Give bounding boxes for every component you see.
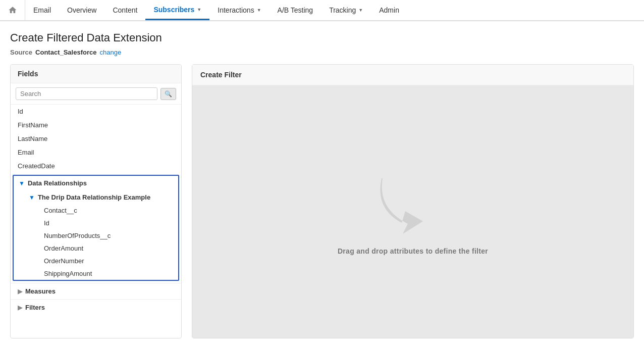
- nav-interactions[interactable]: Interactions ▼: [209, 0, 269, 20]
- filter-header: Create Filter: [192, 65, 633, 85]
- filters-label: Filters: [25, 304, 45, 311]
- fields-list: Id FirstName LastName Email CreatedDate …: [11, 105, 181, 338]
- field-lastname[interactable]: LastName: [11, 132, 181, 145]
- sub-field-contact[interactable]: Contact__c: [39, 204, 178, 217]
- tracking-dropdown-icon: ▼: [358, 8, 363, 13]
- filter-body: Drag and drop attributes to define the f…: [192, 85, 633, 338]
- search-icon: 🔍: [165, 90, 172, 98]
- sub-section-header[interactable]: ▼ The Drip Data Relationship Example: [24, 190, 178, 204]
- data-relationships-header[interactable]: ▼ Data Relationships: [14, 176, 178, 190]
- home-button[interactable]: [0, 0, 25, 20]
- filter-panel: Create Filter: [192, 64, 634, 338]
- search-input[interactable]: [16, 87, 157, 100]
- sub-field-list: Contact__c Id NumberOfProducts__c OrderA…: [24, 204, 178, 280]
- filters-section: ▶ Filters: [11, 299, 181, 315]
- nav-tracking[interactable]: Tracking ▼: [321, 0, 371, 20]
- sub-field-orderamount[interactable]: OrderAmount: [39, 242, 178, 255]
- field-email[interactable]: Email: [11, 145, 181, 159]
- nav-ab-testing[interactable]: A/B Testing: [270, 0, 321, 20]
- drag-drop-hint: Drag and drop attributes to define the f…: [338, 168, 488, 255]
- filters-chevron: ▶: [18, 304, 22, 311]
- data-relationships-label: Data Relationships: [28, 179, 87, 187]
- filters-header[interactable]: ▶ Filters: [11, 300, 181, 315]
- nav-admin[interactable]: Admin: [371, 0, 407, 20]
- sub-field-shippingamount[interactable]: ShippingAmount: [39, 267, 178, 280]
- measures-header[interactable]: ▶ Measures: [11, 283, 181, 299]
- source-row: Source Contact_Salesforce change: [10, 48, 634, 56]
- measures-label: Measures: [25, 287, 56, 295]
- sub-section-label: The Drip Data Relationship Example: [38, 193, 150, 201]
- field-id[interactable]: Id: [11, 105, 181, 118]
- page-content: Create Filtered Data Extension Source Co…: [0, 21, 644, 338]
- nav-subscribers[interactable]: Subscribers ▼: [145, 0, 209, 20]
- data-relationships-chevron: ▼: [19, 180, 25, 187]
- drag-drop-text: Drag and drop attributes to define the f…: [338, 247, 488, 255]
- interactions-dropdown-icon: ▼: [257, 8, 261, 13]
- field-createddate[interactable]: CreatedDate: [11, 159, 181, 173]
- measures-chevron: ▶: [18, 288, 22, 295]
- search-button[interactable]: 🔍: [160, 88, 176, 100]
- drag-drop-arrow: [367, 168, 458, 239]
- measures-section: ▶ Measures: [11, 283, 181, 299]
- source-value: Contact_Salesforce: [35, 48, 96, 56]
- nav-overview[interactable]: Overview: [59, 0, 104, 20]
- source-label: Source: [10, 48, 32, 56]
- top-nav: Email Overview Content Subscribers ▼ Int…: [0, 0, 644, 21]
- nav-email[interactable]: Email: [25, 0, 59, 20]
- nav-content[interactable]: Content: [104, 0, 145, 20]
- search-row: 🔍: [11, 83, 181, 105]
- field-firstname[interactable]: FirstName: [11, 118, 181, 132]
- sub-field-numproducts[interactable]: NumberOfProducts__c: [39, 229, 178, 242]
- sub-section-chevron: ▼: [29, 194, 35, 201]
- data-relationships-section: ▼ Data Relationships ▼ The Drip Data Rel…: [13, 175, 179, 281]
- sub-section: ▼ The Drip Data Relationship Example Con…: [14, 190, 178, 280]
- source-change-link[interactable]: change: [99, 48, 121, 56]
- main-layout: Fields 🔍 Id FirstName LastName Email Cre…: [10, 64, 634, 338]
- sub-field-id[interactable]: Id: [39, 217, 178, 229]
- sub-field-ordernumber[interactable]: OrderNumber: [39, 255, 178, 267]
- page-title: Create Filtered Data Extension: [10, 31, 634, 44]
- fields-header: Fields: [11, 65, 181, 83]
- subscribers-dropdown-icon: ▼: [197, 7, 201, 12]
- fields-panel: Fields 🔍 Id FirstName LastName Email Cre…: [10, 64, 182, 338]
